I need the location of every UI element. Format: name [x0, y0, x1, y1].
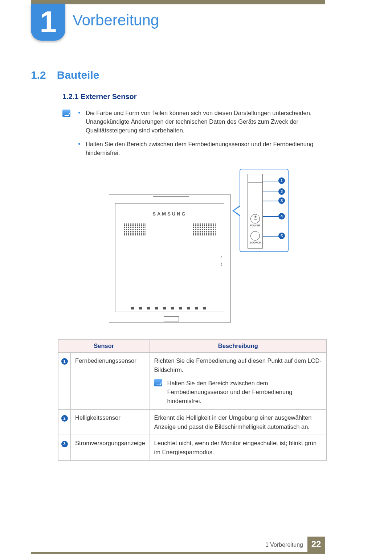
- source-label: SOURCE: [248, 241, 262, 244]
- source-button-graphic: [250, 231, 260, 241]
- table-row: 2 Helligkeitssensor Erkennt die Helligke…: [58, 409, 327, 435]
- sensor-strip: POWER SOURCE: [248, 174, 263, 249]
- table-header-sensor: Sensor: [58, 340, 150, 353]
- note-bullet: Halten Sie den Bereich zwischen dem Fern…: [78, 140, 324, 157]
- chapter-number-badge: 1: [31, 4, 65, 41]
- row-desc: Richten Sie die Fernbedienung auf diesen…: [150, 353, 326, 410]
- power-button-graphic: [250, 214, 260, 223]
- note-icon: [62, 110, 70, 117]
- subsection-heading: 1.2.1 Externer Sensor: [62, 93, 137, 101]
- table-row: 3 Stromversorgungsanzeige Leuchtet nicht…: [58, 435, 327, 461]
- section-heading: 1.2 Bauteile: [31, 69, 99, 81]
- footer-chapter-label: 1 Vorbereitung: [265, 542, 303, 548]
- sensor-table: Sensor Beschreibung 1 Fernbedienungssens…: [58, 339, 327, 461]
- subsection-title: Externer Sensor: [81, 93, 137, 100]
- row-note-text: Halten Sie den Bereich zwischen dem Fern…: [167, 379, 322, 406]
- page-top-stripe: [31, 0, 325, 4]
- subsection-number: 1.2.1: [62, 93, 78, 100]
- sensor-diagram: SAMSUNG POWER SOURCE 1 2 3 4 5: [100, 165, 289, 332]
- intro-note: Die Farbe und Form von Teilen können sic…: [62, 109, 324, 163]
- row-name: Helligkeitssensor: [71, 409, 150, 435]
- row-name: Fernbedienungssensor: [71, 353, 150, 410]
- row-num-badge: 2: [61, 415, 68, 422]
- row-name: Stromversorgungsanzeige: [71, 435, 150, 461]
- monitor-back-view: SAMSUNG: [109, 194, 230, 323]
- row-desc-text: Richten Sie die Fernbedienung auf diesen…: [154, 357, 322, 373]
- table-header-desc: Beschreibung: [150, 340, 326, 353]
- row-num-badge: 3: [61, 441, 68, 447]
- row-desc: Leuchtet nicht, wenn der Monitor eingesc…: [150, 435, 326, 461]
- row-desc: Erkennt die Helligkeit in der Umgebung e…: [150, 409, 326, 435]
- section-title: Bauteile: [57, 69, 99, 81]
- power-label: POWER: [248, 224, 262, 227]
- page-bottom-stripe: [31, 552, 325, 554]
- sensor-callout: POWER SOURCE 1 2 3 4 5: [240, 169, 289, 252]
- brand-label: SAMSUNG: [109, 211, 230, 217]
- chapter-title: Vorbereitung: [73, 12, 159, 29]
- footer-page-number: 22: [307, 537, 325, 552]
- note-icon: [154, 379, 162, 386]
- row-num-badge: 1: [61, 358, 68, 365]
- table-row: 1 Fernbedienungssensor Richten Sie die F…: [58, 353, 327, 410]
- section-number: 1.2: [31, 69, 46, 81]
- note-bullets: Die Farbe und Form von Teilen können sic…: [78, 109, 324, 163]
- note-bullet: Die Farbe und Form von Teilen können sic…: [78, 109, 324, 135]
- row-inline-note: Halten Sie den Bereich zwischen dem Fern…: [154, 379, 322, 406]
